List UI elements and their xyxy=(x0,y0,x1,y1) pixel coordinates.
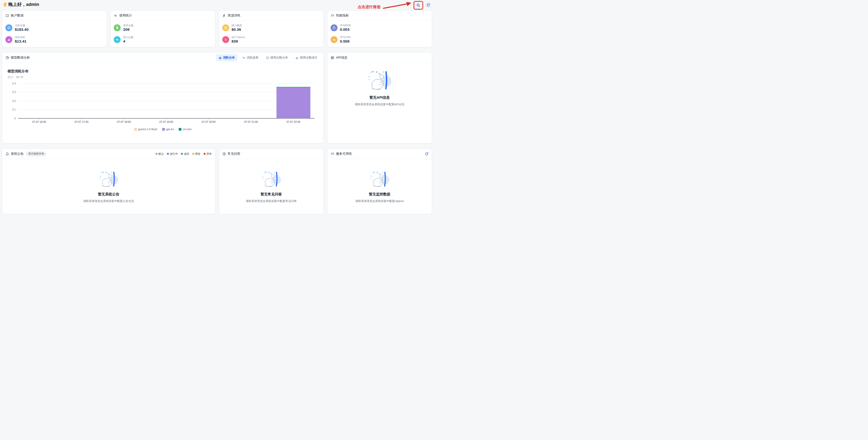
svg-text:0: 0 xyxy=(14,117,16,120)
tab-consumption-trend[interactable]: 消耗趋势 xyxy=(240,54,261,61)
announcement-status-legend: 默认 进行中 成功 警告 异常 xyxy=(156,152,212,156)
currency-exchange-icon: ¥ xyxy=(5,24,12,31)
ranking-bars-icon xyxy=(296,56,299,59)
status-dot xyxy=(181,153,183,155)
status-dot xyxy=(192,153,194,155)
model-consumption-bar-chart: 00.10.20.30.407-07 16:0007-07 17:0007-07… xyxy=(8,82,318,126)
card-title: 使用统计 xyxy=(119,13,132,18)
card-title: 常见问答 xyxy=(228,152,241,156)
model-analysis-card-header: 模型数据分析 消耗分布 消耗趋势 调用次数分布 调用次数排行 xyxy=(2,53,323,63)
stat-label: 平均TPM xyxy=(340,36,350,39)
resource-consumption-card-header: 资源消耗 xyxy=(219,10,323,21)
svg-text:07-07 21:00: 07-07 21:00 xyxy=(244,120,258,123)
card-title: 模型数据分析 xyxy=(11,55,30,60)
legend-swatch xyxy=(162,128,165,131)
svg-text:T: T xyxy=(225,38,226,41)
stat-value: $183.40 xyxy=(15,27,29,32)
legend-swatch xyxy=(179,128,181,131)
lightning-icon xyxy=(222,14,226,18)
uptime-card-header: 服务可用性 xyxy=(328,149,432,159)
account-data-card-header: 账户数据 xyxy=(2,10,106,21)
empty-state-illustration xyxy=(97,170,120,188)
gauge-icon xyxy=(331,14,334,18)
stat-value: $0.36 xyxy=(231,27,242,32)
coin-icon: ¥ xyxy=(222,24,229,31)
help-circle-icon xyxy=(222,152,226,156)
svg-text:07-07 17:00: 07-07 17:00 xyxy=(74,120,88,123)
status-dot xyxy=(156,153,158,155)
clock-icon xyxy=(266,56,269,59)
stat-label: 请求次数 xyxy=(123,24,133,27)
uptime-card: 服务可用性 暂无监控数据 请联系管理员在系统设置中配置Uptime xyxy=(327,149,432,214)
stat-label: 平均RPM xyxy=(340,24,351,27)
faq-card-header: 常见问答 xyxy=(219,149,323,159)
topbar: 晚上好，admin 点击进行筛选 xyxy=(0,0,434,10)
svg-text:07-07 18:00: 07-07 18:00 xyxy=(117,120,131,123)
stat-current-balance: ¥ 当前余额 $183.40 xyxy=(5,24,103,31)
empty-state-title: 暂无API信息 xyxy=(370,95,390,100)
svg-text:07-07 20:00: 07-07 20:00 xyxy=(202,120,216,123)
stat-value: 839 xyxy=(231,39,245,43)
chart-tabs: 消耗分布 消耗趋势 调用次数分布 调用次数排行 xyxy=(216,54,320,61)
faq-empty-state: 暂无常见问答 请联系管理员在系统设置中配置常见问答 xyxy=(246,170,297,203)
chart-title: 模型消耗分布 xyxy=(8,69,318,73)
stat-value: 4 xyxy=(123,39,133,43)
refresh-icon xyxy=(426,3,430,7)
gauge-icon xyxy=(331,152,334,156)
wallet-icon xyxy=(5,14,9,18)
uptime-refresh-button[interactable] xyxy=(425,152,429,156)
search-icon xyxy=(416,3,420,7)
stat-stat-count: 统计次数 4 xyxy=(114,36,212,43)
card-title: 账户数据 xyxy=(11,13,24,18)
svg-text:Ag: Ag xyxy=(333,38,335,41)
card-title: 性能指标 xyxy=(336,13,349,18)
annotation-arrow-icon xyxy=(382,2,412,9)
stat-quota-used: ¥ 统计额度 $0.36 xyxy=(222,24,320,31)
chart-legend-item[interactable]: o3-mini xyxy=(179,128,191,131)
stat-label: 当前余额 xyxy=(15,24,29,27)
legend-in-progress: 进行中 xyxy=(167,152,178,156)
empty-state-description: 请联系管理员在系统设置中配置API信息 xyxy=(355,103,405,106)
svg-text:07-07 19:00: 07-07 19:00 xyxy=(159,120,173,123)
resource-consumption-card: 资源消耗 ¥ 统计额度 $0.36 T 统计Tokens 839 xyxy=(219,10,324,47)
faq-card: 常见问答 暂无常见问答 请联系管理员在系统设置中配置常见问答 xyxy=(219,149,324,214)
performance-metrics-card-header: 性能指标 xyxy=(328,10,432,21)
svg-text:07-07 16:00: 07-07 16:00 xyxy=(32,120,46,123)
stat-label: 历史消耗 xyxy=(15,36,26,39)
stat-avg-tpm: Ag 平均TPM 0.559 xyxy=(331,36,429,43)
chart-legend-item[interactable]: gpt-4o xyxy=(162,128,174,131)
api-info-card: API信息 暂无API信息 请联系管理员在系统设置中配置API信息 xyxy=(327,53,432,144)
account-data-card: 账户数据 ¥ 当前余额 $183.40 历史消耗 $13.41 xyxy=(2,10,107,47)
announcements-card: 系统公告 显示最新20条 默认 进行中 成功 警告 异常 暂无系统公告 请联系管… xyxy=(2,149,215,214)
search-button[interactable] xyxy=(415,2,422,9)
legend-label: gemini-2.0-flash xyxy=(138,128,157,131)
announcements-card-header: 系统公告 显示最新20条 默认 进行中 成功 警告 异常 xyxy=(2,149,215,159)
pulse-icon xyxy=(242,56,245,59)
refresh-button[interactable] xyxy=(425,2,432,8)
empty-state-description: 请联系管理员在系统设置中配置Uptime xyxy=(355,199,404,203)
chart-legend-item[interactable]: gemini-2.0-flash xyxy=(134,128,157,131)
stat-request-count: 请求次数 208 xyxy=(114,24,212,31)
legend-swatch xyxy=(134,128,137,131)
svg-text:¥: ¥ xyxy=(8,27,9,29)
tab-call-count-ranking[interactable]: 调用次数排行 xyxy=(293,54,320,61)
legend-label: o3-mini xyxy=(183,128,191,131)
announcements-empty-state: 暂无系统公告 请联系管理员在系统设置中配置公告信息 xyxy=(83,170,134,203)
empty-state-description: 请联系管理员在系统设置中配置公告信息 xyxy=(83,199,134,203)
page-greeting: 晚上好，admin xyxy=(2,1,39,7)
tab-consumption-distribution[interactable]: 消耗分布 xyxy=(216,54,238,61)
dashboard-grid: 账户数据 ¥ 当前余额 $183.40 历史消耗 $13.41 使用统计 xyxy=(0,10,434,214)
chart-legend: gemini-2.0-flashgpt-4oo3-mini xyxy=(8,128,318,131)
legend-error: 异常 xyxy=(204,152,212,156)
performance-metrics-card: 性能指标 平均RPM 0.003 Ag 平均TPM 0.559 xyxy=(327,10,432,47)
legend-default: 默认 xyxy=(156,152,164,156)
server-icon xyxy=(331,56,334,60)
tab-call-count-distribution[interactable]: 调用次数分布 xyxy=(263,54,291,61)
stat-value: 0.559 xyxy=(340,39,350,43)
uptime-empty-state: 暂无监控数据 请联系管理员在系统设置中配置Uptime xyxy=(355,170,404,203)
empty-state-description: 请联系管理员在系统设置中配置常见问答 xyxy=(246,199,297,203)
refresh-icon xyxy=(425,152,429,156)
chart-subtitle: 总计：$0.36 xyxy=(8,75,318,79)
empty-state-title: 暂无系统公告 xyxy=(98,192,119,197)
stat-tokens: T 统计Tokens 839 xyxy=(222,36,320,43)
